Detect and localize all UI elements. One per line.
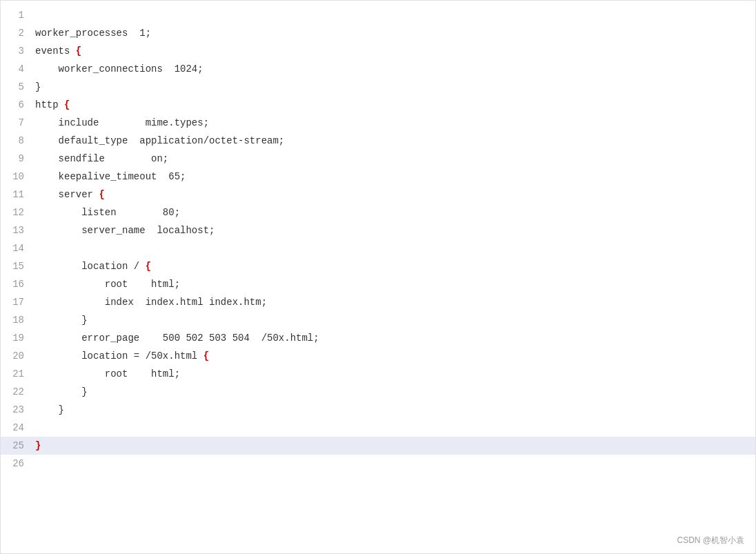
code-line: 14 [1,239,755,257]
code-line: 26 [1,455,755,473]
line-content: keepalive_timeout 65; [35,168,755,186]
line-content: listen 80; [35,204,755,221]
keyword: { [146,261,151,272]
code-line: 3events { [1,42,755,60]
line-number: 16 [1,275,35,293]
code-line: 13 server_name localhost; [1,221,755,239]
line-content: } [35,437,755,455]
line-number: 13 [1,221,35,239]
code-line: 15 location / { [1,257,755,275]
line-content: events { [35,42,755,60]
footer-watermark: CSDN @机智小袁 [677,535,744,546]
line-number: 6 [1,96,35,114]
line-number: 21 [1,365,35,383]
code-line: 21 root html; [1,365,755,383]
line-number: 24 [1,419,35,437]
code-line: 4 worker_connections 1024; [1,60,755,78]
line-content: index index.html index.htm; [35,293,755,311]
keyword: { [76,46,81,57]
line-content: error_page 500 502 503 504 /50x.html; [35,329,755,347]
line-content: location / { [35,257,755,275]
code-line: 11 server { [1,186,755,204]
code-line: 22 } [1,383,755,401]
code-line: 6http { [1,96,755,114]
line-number: 10 [1,168,35,186]
keyword: { [64,99,70,110]
line-number: 17 [1,293,35,311]
line-number: 25 [1,437,35,455]
code-line: 19 error_page 500 502 503 504 /50x.html; [1,329,755,347]
code-line: 7 include mime.types; [1,114,755,132]
code-line: 1 [1,6,755,24]
line-number: 4 [1,60,35,78]
code-line: 10 keepalive_timeout 65; [1,168,755,186]
keyword: } [35,440,41,451]
line-content: worker_connections 1024; [35,60,755,78]
code-line: 12 listen 80; [1,204,755,221]
code-line: 24 [1,419,755,437]
code-line: 5} [1,78,755,96]
line-content: include mime.types; [35,114,755,132]
code-line: 16 root html; [1,275,755,293]
code-line: 20 location = /50x.html { [1,347,755,365]
line-content: default_type application/octet-stream; [35,132,755,150]
line-content: location = /50x.html { [35,347,755,365]
line-number: 5 [1,78,35,96]
line-number: 22 [1,383,35,401]
line-content: sendfile on; [35,150,755,168]
line-number: 26 [1,455,35,473]
line-number: 11 [1,186,35,204]
line-number: 19 [1,329,35,347]
code-line: 17 index index.html index.htm; [1,293,755,311]
line-number: 15 [1,257,35,275]
line-number: 9 [1,150,35,168]
line-number: 7 [1,114,35,132]
line-content: root html; [35,365,755,383]
line-content: server_name localhost; [35,221,755,239]
line-number: 14 [1,239,35,257]
code-lines: 12worker_processes 1;3events {4 worker_c… [1,6,755,473]
code-line: 25} [1,437,755,455]
code-line: 2worker_processes 1; [1,24,755,42]
line-content: } [35,401,755,419]
line-content: http { [35,96,755,114]
code-line: 8 default_type application/octet-stream; [1,132,755,150]
line-number: 23 [1,401,35,419]
line-number: 8 [1,132,35,150]
line-content: } [35,383,755,401]
line-number: 12 [1,204,35,221]
line-number: 18 [1,311,35,329]
line-content: worker_processes 1; [35,24,755,42]
line-content: } [35,311,755,329]
keyword: { [203,350,209,362]
code-line: 23 } [1,401,755,419]
line-number: 3 [1,42,35,60]
code-line: 9 sendfile on; [1,150,755,168]
code-editor: 12worker_processes 1;3events {4 worker_c… [0,0,756,554]
keyword: { [99,189,104,200]
code-line: 18 } [1,311,755,329]
line-content: server { [35,186,755,204]
line-content: } [35,78,755,96]
line-number: 20 [1,347,35,365]
line-number: 1 [1,6,35,24]
line-content: root html; [35,275,755,293]
line-number: 2 [1,24,35,42]
